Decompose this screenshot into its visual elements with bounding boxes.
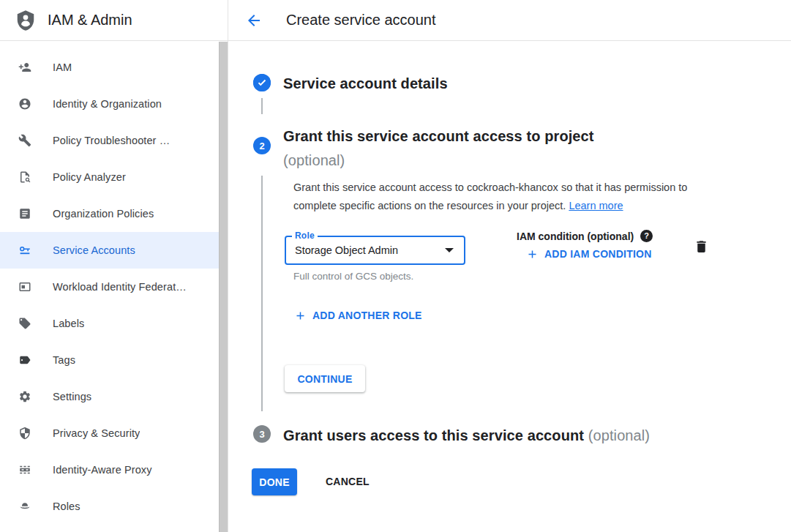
step1-title: Service account details [283,74,448,93]
policy-analyzer-icon [18,170,32,184]
shield-person-icon [15,8,37,33]
role-field-label: Role [292,231,318,241]
sidebar-item-organization-policies[interactable]: Organization Policies [0,195,228,232]
help-icon[interactable]: ? [640,230,653,242]
sidebar-item-label: Workload Identity Federat… [53,281,187,293]
proxy-frame-icon [18,462,32,477]
role-dropdown[interactable]: Role Storage Object Admin [285,236,465,265]
sidebar-nav: IAMIdentity & OrganizationPolicy Trouble… [0,41,228,532]
sidebar-item-policy-analyzer[interactable]: Policy Analyzer [0,159,228,195]
grant-access-description: Grant this service account access to coc… [293,179,719,215]
sidebar-item-tags[interactable]: Tags [0,342,228,378]
shield-half-icon [18,426,32,441]
iam-condition-label: IAM condition (optional) ? [517,230,653,242]
step3-optional-text: (optional) [588,427,650,443]
sidebar-item-roles[interactable]: Roles [0,488,228,525]
sidebar-item-workload-identity-federat[interactable]: Workload Identity Federat… [0,269,228,305]
description-text: Grant this service account access to coc… [293,181,687,211]
sidebar-item-label: Labels [53,318,84,329]
product-title: IAM & Admin [48,12,132,29]
step3-number: 3 [259,429,264,440]
sidebar-item-label: IAM [53,61,72,73]
plus-icon [295,310,306,321]
person-add-icon [18,60,32,75]
label-tag-icon [18,316,32,331]
page-title: Create service account [286,12,436,29]
roles-hat-icon [18,499,32,514]
add-another-role-button[interactable]: ADD ANOTHER ROLE [295,310,422,321]
plus-icon [527,249,538,260]
sidebar-item-settings[interactable]: Settings [0,378,228,415]
step2-optional-label: (optional) [283,149,594,173]
add-iam-condition-button[interactable]: ADD IAM CONDITION [527,248,652,260]
back-button[interactable] [245,12,263,29]
add-another-role-label: ADD ANOTHER ROLE [312,310,422,321]
sidebar-item-label: Policy Troubleshooter … [53,135,170,146]
step3-title-text: Grant users access to this service accou… [283,427,584,443]
iam-admin-console: IAM & Admin Create service account IAMId… [0,0,791,532]
iam-condition-label-text: IAM condition (optional) [517,231,634,242]
product-header: IAM & Admin [0,0,228,41]
sidebar-item-iam[interactable]: IAM [0,49,228,86]
document-list-icon [18,206,32,221]
learn-more-link[interactable]: Learn more [569,200,623,211]
sidebar-item-label: Identity & Organization [53,98,162,110]
sidebar-item-policy-troubleshooter[interactable]: Policy Troubleshooter … [0,122,228,159]
step-connector-line [261,98,263,114]
tag-filled-icon [18,353,32,367]
step1-check-circle-icon [253,74,271,91]
step2-number: 2 [259,141,264,151]
sidebar-item-privacy-security[interactable]: Privacy & Security [0,415,228,452]
step2-title: Grant this service account access to pro… [283,124,594,173]
sidebar-scrollbar[interactable] [219,42,228,532]
sidebar-item-labels[interactable]: Labels [0,305,228,342]
svg-text:?: ? [644,231,649,240]
delete-role-button[interactable] [694,238,711,255]
sidebar-item-label: Identity-Aware Proxy [53,464,152,476]
step3-title: Grant users access to this service accou… [283,425,650,446]
sidebar-item-identity-organization[interactable]: Identity & Organization [0,86,228,122]
arrow-back-icon [245,12,263,29]
account-circle-icon [18,97,32,111]
role-selected-value: Storage Object Admin [295,244,445,256]
add-iam-condition-label: ADD IAM CONDITION [544,248,652,260]
dropdown-caret-icon [445,248,454,252]
sidebar-item-label: Service Accounts [53,244,135,256]
badge-card-icon [18,280,32,294]
cancel-button[interactable]: CANCEL [326,476,370,487]
service-account-key-icon [18,243,32,258]
sidebar-item-label: Roles [53,501,80,512]
gear-icon [18,389,32,404]
step2-number-badge: 2 [253,137,271,154]
sidebar-item-service-accounts[interactable]: Service Accounts [0,232,228,269]
page-header: Create service account [228,0,791,41]
step-connector-line [261,176,263,411]
wrench-icon [18,133,32,148]
step2-title-text: Grant this service account access to pro… [283,124,594,149]
step3-optional-label: (optional) [588,427,650,443]
top-header: IAM & Admin Create service account [0,0,791,41]
sidebar-item-label: Organization Policies [53,208,154,220]
main-content: Service account details 2 Grant this ser… [228,41,791,532]
sidebar-item-identity-aware-proxy[interactable]: Identity-Aware Proxy [0,452,228,488]
done-button[interactable]: DONE [252,468,297,495]
sidebar-item-label: Privacy & Security [53,427,140,439]
sidebar-item-label: Tags [53,354,75,366]
step3-number-badge: 3 [253,425,271,443]
sidebar-item-label: Policy Analyzer [53,171,126,183]
sidebar-item-label: Settings [53,391,91,402]
role-helper-text: Full control of GCS objects. [293,271,413,282]
trash-icon [694,239,711,255]
continue-button[interactable]: CONTINUE [285,365,365,392]
